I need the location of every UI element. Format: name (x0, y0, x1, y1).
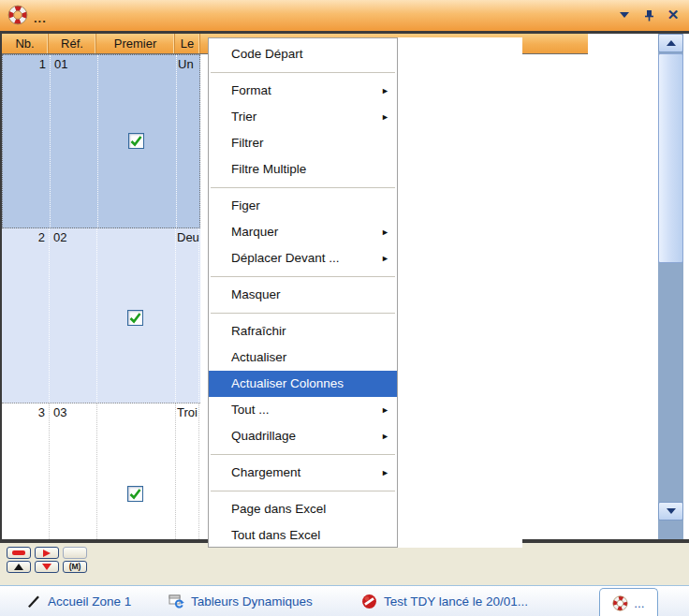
red-bar-icon (12, 550, 25, 555)
menu-separator (211, 276, 395, 277)
go-right-button[interactable] (35, 547, 59, 559)
menu-item-deplacer-devant[interactable]: Déplacer Devant ...► (209, 245, 397, 271)
tab-test-tdy[interactable]: Test TDY lancé le 20/01... (361, 586, 528, 616)
triangle-up-icon (667, 40, 676, 46)
tab-active[interactable]: ... (599, 588, 658, 616)
submenu-arrow-icon: ► (381, 397, 389, 423)
menu-item-filtre-multiple[interactable]: Filtre Multiple (209, 156, 397, 183)
menu-separator (211, 454, 395, 455)
bottom-toolbar: (M) Validation Abandon (0, 543, 689, 585)
submenu-arrow-icon: ► (381, 245, 389, 271)
menu-item-format[interactable]: Format► (209, 78, 397, 104)
menu-separator (211, 72, 395, 73)
tab-accueil-zone-1[interactable]: Accueil Zone 1 (26, 586, 131, 616)
submenu-arrow-icon: ► (381, 78, 389, 104)
pin-icon (643, 9, 655, 22)
black-up-triangle-icon (14, 564, 23, 570)
vertical-scrollbar (658, 34, 683, 539)
menu-item-rafraichir[interactable]: Rafraîchir (209, 318, 397, 345)
menu-separator (211, 491, 395, 491)
menu-item-actualiser[interactable]: Actualiser (209, 345, 397, 371)
tab-label: Tableurs Dynamiques (191, 594, 313, 609)
table-row[interactable]: 1 01 Un (2, 54, 200, 228)
window-menu-button[interactable] (616, 7, 633, 23)
grid-rows: 1 01 Un 2 02 Deu 3 03 (2, 54, 200, 539)
go-up-button[interactable] (7, 561, 31, 573)
cell-nb[interactable]: 1 (3, 57, 46, 71)
menu-item-actualiser-colonnes[interactable]: Actualiser Colonnes (209, 371, 397, 397)
context-menu: Code Départ Format► Trier► Filtrer Filtr… (208, 37, 398, 548)
cell-ref[interactable]: 02 (53, 230, 66, 244)
premier-checkbox[interactable] (127, 486, 143, 502)
lifebuoy-icon (7, 5, 28, 29)
menu-item-masquer[interactable]: Masquer (209, 282, 397, 308)
current-line-button[interactable] (7, 547, 31, 559)
premier-checkbox[interactable] (127, 310, 143, 326)
scroll-down-button[interactable] (658, 502, 683, 521)
menu-item-chargement[interactable]: Chargement► (209, 460, 397, 486)
table-row[interactable]: 3 03 Troi (2, 403, 200, 539)
check-icon (128, 487, 142, 501)
column-header-ref[interactable]: Réf. (49, 34, 96, 53)
menu-item-code-depart[interactable]: Code Départ (209, 41, 397, 67)
menu-item-page-dans-excel[interactable]: Page dans Excel (209, 496, 397, 522)
menu-item-trier[interactable]: Trier► (209, 104, 397, 130)
window-title: ... (34, 11, 47, 25)
menu-item-quadrillage[interactable]: Quadrillage► (209, 423, 397, 449)
triangle-down-icon (667, 508, 676, 514)
menu-item-tout[interactable]: Tout ...► (209, 397, 397, 423)
cell-ref[interactable]: 01 (54, 57, 67, 71)
submenu-arrow-icon: ► (381, 423, 389, 449)
red-down-triangle-icon (42, 564, 51, 570)
cell-value[interactable]: Un (178, 57, 200, 71)
lifebuoy-icon (612, 595, 628, 611)
close-icon: ✕ (667, 7, 680, 23)
pin-button[interactable] (640, 7, 657, 23)
tab-bar: Accueil Zone 1 Tableurs Dynamiques Test … (0, 585, 689, 616)
submenu-arrow-icon: ► (381, 219, 389, 245)
scrollbar-track[interactable] (658, 263, 683, 521)
submenu-arrow-icon: ► (381, 460, 389, 486)
menu-item-tout-dans-excel[interactable]: Tout dans Excel (209, 522, 397, 549)
title-bar: ... ✕ (0, 0, 689, 31)
chevron-down-icon (620, 12, 629, 18)
scrollbar-thumb[interactable] (658, 53, 683, 263)
column-header-nb[interactable]: Nb. (2, 34, 49, 53)
merge-icon: (M) (69, 562, 81, 572)
scroll-up-button[interactable] (658, 34, 683, 52)
pencil-icon (26, 594, 41, 609)
check-icon (128, 311, 142, 325)
context-menu-surface: Code Départ Format► Trier► Filtrer Filtr… (208, 37, 522, 548)
tab-label: Accueil Zone 1 (48, 594, 131, 609)
tab-label: Test TDY lancé le 20/01... (384, 594, 528, 609)
tab-label: ... (634, 596, 644, 610)
column-header-le[interactable]: Le (175, 34, 200, 53)
premier-checkbox[interactable] (128, 133, 144, 149)
table-refresh-icon (169, 594, 184, 609)
cell-value[interactable]: Troi (177, 405, 200, 419)
menu-separator (211, 313, 395, 314)
menu-item-filtrer[interactable]: Filtrer (209, 130, 397, 156)
check-icon (129, 134, 143, 148)
cell-nb[interactable]: 2 (2, 230, 45, 244)
close-button[interactable]: ✕ (665, 7, 682, 23)
table-row[interactable]: 2 02 Deu (2, 228, 200, 403)
app-window: ... ✕ Nb. Réf. Premier Le 1 01 (0, 0, 689, 616)
cell-nb[interactable]: 3 (2, 405, 45, 419)
menu-separator (211, 187, 395, 188)
red-right-arrow-icon (43, 550, 51, 557)
go-down-button[interactable] (35, 561, 59, 573)
cell-value[interactable]: Deu (177, 230, 200, 244)
cell-ref[interactable]: 03 (53, 405, 66, 419)
menu-item-marquer[interactable]: Marquer► (209, 219, 397, 245)
menu-item-figer[interactable]: Figer (209, 193, 397, 219)
blank-button[interactable] (63, 547, 87, 559)
merge-button[interactable]: (M) (63, 561, 87, 573)
tab-tableurs-dynamiques[interactable]: Tableurs Dynamiques (169, 586, 313, 616)
cancel-icon (361, 594, 377, 609)
column-header-premier[interactable]: Premier (96, 34, 175, 53)
submenu-arrow-icon: ► (381, 104, 389, 130)
